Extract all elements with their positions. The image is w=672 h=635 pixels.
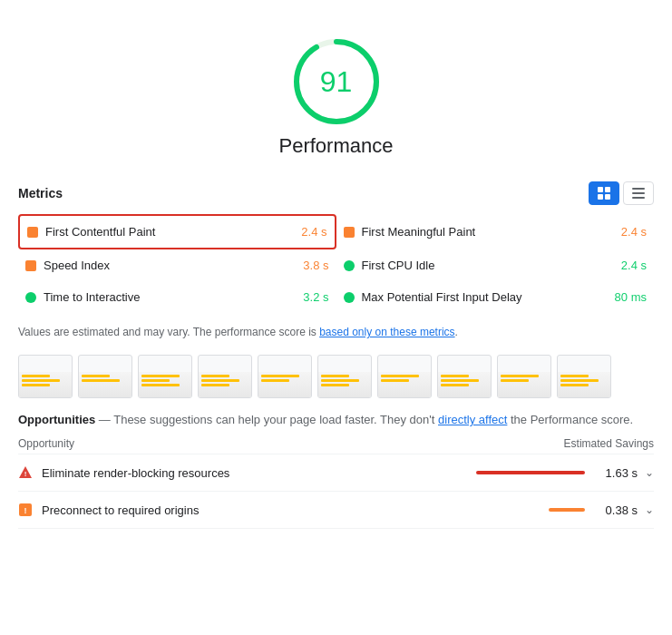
thumbnail-6[interactable] [317,355,372,398]
metrics-header: Metrics [18,181,654,205]
metric-dot [25,292,36,303]
metric-value: 3.2 s [303,290,328,304]
metric-name: First Meaningful Paint [362,225,614,239]
metric-dot [344,292,355,303]
opportunity-bar [549,508,585,512]
thumbnail-5[interactable] [258,355,312,398]
metric-value: 3.8 s [303,259,328,272]
opportunity-bar [476,471,585,474]
opportunity-bar-section: 1.63 s ⌄ [476,466,654,480]
chevron-down-icon[interactable]: ⌄ [645,466,654,479]
grid-view-button[interactable] [589,181,619,205]
col-opportunity: Opportunity [18,437,74,450]
metric-first-cpu-idle: First CPU Idle 2.4 s [336,249,655,281]
metric-value: 80 ms [615,290,647,304]
opportunities-table-header: Opportunity Estimated Savings [18,430,654,454]
thumbnail-7[interactable] [377,355,432,398]
col-savings: Estimated Savings [564,437,654,450]
metric-name: First Contentful Paint [45,225,294,239]
metric-name: First CPU Idle [362,259,614,272]
score-circle: 91 [291,36,382,127]
metric-speed-index: Speed Index 3.8 s [18,249,336,281]
opportunity-preconnect[interactable]: ! Preconnect to required origins 0.38 s … [18,492,654,529]
thumbnails-section [18,355,654,398]
metrics-grid: First Contentful Paint 2.4 s First Meani… [18,214,654,313]
svg-rect-5 [605,194,610,200]
svg-text:!: ! [24,470,27,478]
thumbnail-4[interactable] [198,355,252,398]
view-toggle [589,181,654,205]
metric-dot [27,227,38,238]
list-view-button[interactable] [623,181,654,205]
metric-dot [344,260,355,271]
opportunity-name: Preconnect to required origins [42,503,540,517]
metric-name: Time to Interactive [44,290,296,304]
metric-max-potential-fid: Max Potential First Input Delay 80 ms [336,281,655,313]
opportunity-value: 1.63 s [592,466,638,480]
svg-rect-2 [598,187,603,192]
metric-dot [344,227,355,238]
svg-rect-6 [632,188,645,190]
svg-text:!: ! [24,506,27,515]
metric-time-to-interactive: Time to Interactive 3.2 s [18,281,336,313]
opportunities-title: Opportunities [18,413,95,426]
svg-rect-7 [632,192,645,194]
metric-first-contentful-paint: First Contentful Paint 2.4 s [18,214,336,249]
metric-name: Max Potential First Input Delay [362,290,608,304]
opportunity-name: Eliminate render-blocking resources [42,466,467,480]
score-value: 91 [320,65,353,99]
opportunities-section: Opportunities — These suggestions can he… [18,413,654,529]
metrics-section: Metrics First Conte [18,181,654,340]
metrics-note: Values are estimated and may vary. The p… [18,324,654,340]
chevron-down-icon[interactable]: ⌄ [645,503,654,516]
opportunity-bar-section: 0.38 s ⌄ [549,503,654,517]
metrics-title: Metrics [18,186,63,200]
square-warning-icon: ! [18,503,33,517]
metric-value: 2.4 s [621,259,647,272]
opportunities-header: Opportunities — These suggestions can he… [18,413,654,426]
opportunity-value: 0.38 s [592,503,638,517]
opportunities-link[interactable]: directly affect [438,413,507,426]
opportunity-eliminate-render-blocking[interactable]: ! Eliminate render-blocking resources 1.… [18,454,654,492]
score-section: 91 Performance [18,18,654,167]
metrics-link[interactable]: based only on these metrics [319,326,454,338]
metric-dot [25,260,36,271]
svg-rect-3 [605,187,610,192]
performance-label: Performance [279,134,394,158]
warning-triangle-icon: ! [18,465,33,480]
thumbnail-10[interactable] [557,355,611,398]
metric-name: Speed Index [44,259,296,272]
svg-rect-8 [632,197,645,199]
metric-value: 2.4 s [301,225,326,239]
thumbnail-9[interactable] [497,355,551,398]
thumbnail-2[interactable] [78,355,132,398]
svg-rect-4 [598,194,603,200]
thumbnail-3[interactable] [138,355,192,398]
metric-first-meaningful-paint: First Meaningful Paint 2.4 s [336,214,655,249]
metric-value: 2.4 s [621,225,647,239]
thumbnail-1[interactable] [18,355,73,398]
thumbnail-8[interactable] [437,355,492,398]
